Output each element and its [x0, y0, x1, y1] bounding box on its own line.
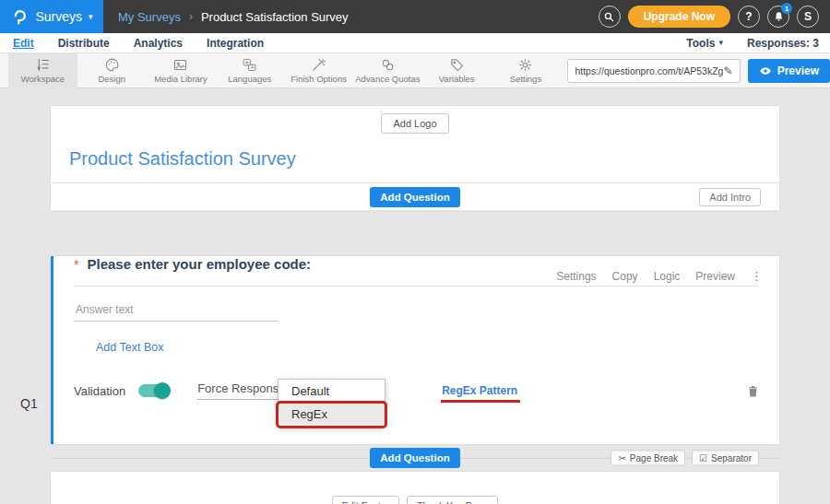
add-question-row-top: Add Question Add Intro: [51, 183, 779, 211]
search-button[interactable]: [599, 6, 621, 28]
add-logo-button[interactable]: Add Logo: [381, 113, 448, 134]
page-break-button[interactable]: ✂ Page Break: [611, 451, 685, 466]
dropdown-option-regex[interactable]: RegEx: [279, 403, 385, 426]
survey-footer-section: Edit Footer Thank You Page: [51, 472, 779, 504]
questionpro-survey-editor: Surveys ▾ My Surveys › Product Satisfact…: [0, 0, 830, 504]
kebab-menu-icon[interactable]: ⋮: [751, 269, 763, 283]
toolbar-item-advance-quotas[interactable]: Advance Quotas: [353, 53, 422, 88]
notifications-button[interactable]: 1: [767, 6, 789, 28]
help-button[interactable]: ?: [738, 6, 760, 28]
survey-nav: Edit Distribute Analytics Integration To…: [0, 33, 830, 53]
toolbar-item-languages[interactable]: A Languages: [215, 53, 284, 88]
add-intro-button[interactable]: Add Intro: [699, 188, 761, 206]
product-menu-label: Surveys: [35, 9, 82, 24]
question-number: Q1: [20, 396, 38, 411]
force-response-value: Force Response: [197, 381, 285, 395]
answer-text-input[interactable]: [74, 301, 279, 322]
finish-options-wand-icon: [311, 57, 326, 73]
toolbar-item-label: Workspace: [21, 74, 65, 84]
survey-header-section: Add Logo Product Satisfaction Survey: [51, 106, 779, 183]
toolbar-item-variables[interactable]: Variables: [422, 53, 492, 88]
dropdown-option-regex-label: RegEx: [291, 407, 327, 421]
survey-title[interactable]: Product Satisfaction Survey: [69, 148, 779, 170]
avatar-initial: S: [804, 10, 812, 23]
survey-url-input[interactable]: [575, 65, 723, 76]
questionpro-logo-icon: [10, 7, 29, 26]
toolbar-item-label: Settings: [510, 74, 541, 84]
required-marker: *: [74, 257, 78, 272]
settings-gear-icon: [517, 57, 533, 73]
survey-url-box: ✎: [567, 59, 740, 83]
editor-toolbar: Workspace Design Media Library A Languag…: [0, 53, 830, 88]
validation-toggle[interactable]: [138, 384, 170, 397]
product-menu[interactable]: Surveys ▾: [0, 0, 103, 33]
strip-right-buttons: ✂ Page Break ☑ Separator: [611, 451, 759, 466]
languages-icon: A: [242, 57, 257, 73]
trash-icon: [747, 384, 759, 398]
toggle-knob: [154, 382, 171, 399]
question-card-q1: Q1 Settings Copy Logic Preview ⋮ * Pleas…: [51, 256, 779, 444]
edit-url-pencil-icon[interactable]: ✎: [724, 64, 733, 77]
eye-icon: [759, 64, 772, 77]
delete-question-button[interactable]: [747, 384, 759, 398]
tab-analytics[interactable]: Analytics: [134, 37, 183, 50]
toolbar-item-design[interactable]: Design: [77, 53, 147, 88]
design-palette-icon: [104, 57, 120, 73]
checkbox-icon: ☑: [699, 453, 707, 463]
tools-menu[interactable]: Tools ▾: [686, 37, 723, 50]
question-copy-link[interactable]: Copy: [612, 270, 638, 283]
question-settings-link[interactable]: Settings: [556, 270, 596, 283]
topbar: Surveys ▾ My Surveys › Product Satisfact…: [0, 0, 830, 33]
advance-quotas-links-icon: [380, 57, 396, 73]
toolbar-item-settings[interactable]: Settings: [492, 53, 561, 88]
toolbar-item-label: Advance Quotas: [355, 74, 420, 84]
toolbar-item-finish-options[interactable]: Finish Options: [284, 53, 353, 88]
toolbar-item-workspace[interactable]: Workspace: [8, 53, 77, 88]
tab-edit[interactable]: Edit: [13, 37, 34, 50]
chevron-down-icon: ▾: [89, 13, 93, 21]
separator-button[interactable]: ☑ Separator: [692, 451, 759, 466]
toolbar-item-label: Variables: [439, 74, 475, 84]
toolbar-item-label: Media Library: [154, 74, 208, 84]
variables-tag-icon: [449, 57, 465, 73]
add-text-box-link[interactable]: Add Text Box: [96, 341, 163, 354]
chevron-down-icon: ▾: [718, 39, 723, 47]
add-question-button-top[interactable]: Add Question: [370, 187, 459, 207]
page-break-label: Page Break: [630, 453, 678, 463]
scissors-icon: ✂: [618, 453, 625, 463]
separator-label: Separator: [711, 453, 752, 463]
workspace-icon: [35, 57, 51, 73]
media-library-icon: [172, 57, 188, 73]
thank-you-page-button[interactable]: Thank You Page: [407, 496, 498, 504]
breadcrumb-my-surveys[interactable]: My Surveys: [118, 10, 181, 24]
tab-integration[interactable]: Integration: [207, 37, 264, 50]
survey-workspace: Add Logo Product Satisfaction Survey Add…: [0, 88, 830, 504]
toolbar-item-media-library[interactable]: Media Library: [147, 53, 216, 88]
account-avatar[interactable]: S: [797, 6, 819, 28]
regex-pattern-link[interactable]: RegEx Pattern: [442, 384, 517, 397]
svg-text:A: A: [251, 64, 255, 70]
regex-pattern-label: RegEx Pattern: [442, 384, 517, 397]
add-question-button-bottom[interactable]: Add Question: [370, 448, 459, 468]
question-text[interactable]: Please enter your employee code:: [87, 256, 311, 272]
toolbar-item-label: Finish Options: [290, 74, 347, 84]
breadcrumb-current-survey: Product Satisfaction Survey: [201, 10, 349, 24]
question-logic-link[interactable]: Logic: [654, 270, 681, 283]
validation-label: Validation: [74, 384, 125, 398]
help-icon: ?: [745, 10, 752, 23]
dropdown-option-default[interactable]: Default: [279, 380, 385, 403]
question-text-underline: [74, 286, 759, 287]
preview-button[interactable]: Preview: [748, 59, 830, 83]
search-icon: [603, 11, 615, 23]
validation-row: Validation Force Response ▾ RegEx ▾ RegE…: [74, 380, 759, 402]
validation-type-dropdown: Default RegEx: [278, 379, 385, 427]
edit-footer-button[interactable]: Edit Footer: [332, 496, 399, 504]
tab-distribute[interactable]: Distribute: [58, 37, 110, 50]
question-preview-link[interactable]: Preview: [695, 270, 735, 283]
responses-link[interactable]: Responses: 3: [747, 37, 819, 50]
notification-badge: 1: [781, 3, 792, 14]
upgrade-now-button[interactable]: Upgrade Now: [628, 6, 730, 28]
preview-label: Preview: [777, 64, 819, 77]
topbar-actions: Upgrade Now ? 1 S: [599, 6, 830, 28]
nav-tabs: Edit Distribute Analytics Integration: [0, 37, 264, 50]
